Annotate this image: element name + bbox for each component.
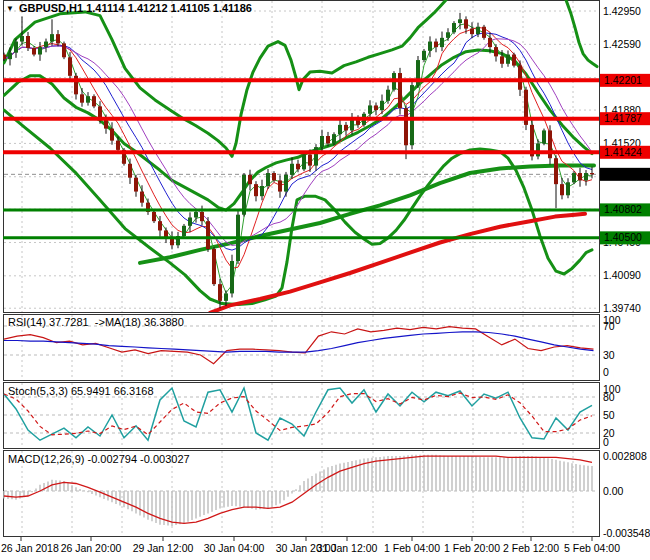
candle-body bbox=[440, 38, 444, 47]
candle-body bbox=[8, 53, 12, 59]
candle-body bbox=[230, 261, 234, 293]
candle-body bbox=[134, 178, 138, 192]
symbol-dropdown-icon[interactable]: ▼ bbox=[6, 3, 14, 14]
candle-body bbox=[542, 130, 546, 143]
candle-body bbox=[290, 164, 294, 175]
time-tick-label: 1 Feb 04:00 bbox=[384, 542, 440, 554]
time-tick-label: 31 Jan 12:00 bbox=[317, 542, 378, 554]
candle-body bbox=[182, 226, 186, 236]
time-tick-label: 30 Jan 04:00 bbox=[204, 542, 265, 554]
price-axis[interactable]: 1.429501.425901.418801.415201.404501.400… bbox=[600, 5, 650, 539]
chart-title-text: GBPUSD,H1 1.41114 1.41212 1.41105 1.4118… bbox=[19, 2, 252, 14]
candle-body bbox=[488, 38, 492, 47]
indicator-tick-label: -0.003548 bbox=[603, 527, 650, 539]
candle-body bbox=[422, 51, 426, 60]
candle-body bbox=[266, 173, 270, 186]
candle-body bbox=[188, 217, 192, 225]
candle-body bbox=[158, 221, 162, 230]
price-level-badge-label: 1.40500 bbox=[604, 231, 642, 243]
candle-body bbox=[560, 184, 564, 195]
time-tick-label: 26 Jan 20:00 bbox=[61, 542, 122, 554]
macd-indicator-label: MACD(12,26,9) -0.002794 -0.003027 bbox=[8, 453, 190, 465]
candle-body bbox=[512, 55, 516, 66]
candle-body bbox=[254, 184, 258, 196]
indicator-tick-label: 70 bbox=[603, 320, 615, 332]
chart-window: 1.429501.425901.418801.415201.404501.400… bbox=[0, 0, 650, 560]
indicator-tick-label: 80 bbox=[603, 391, 615, 403]
candle-body bbox=[464, 19, 468, 28]
indicator-tick-label: 30 bbox=[603, 349, 615, 361]
time-tick-label: 2 Feb 12:00 bbox=[503, 542, 559, 554]
candle-body bbox=[350, 119, 354, 130]
price-chart-canvas[interactable]: 1.429501.425901.418801.415201.404501.400… bbox=[0, 0, 650, 560]
candle-body bbox=[320, 136, 324, 147]
candle-body bbox=[314, 147, 318, 166]
candle-body bbox=[152, 212, 156, 221]
candle-body bbox=[200, 212, 204, 221]
candle-body bbox=[536, 143, 540, 156]
candle-body bbox=[518, 66, 522, 90]
candle-body bbox=[368, 105, 372, 113]
candle-body bbox=[296, 164, 300, 170]
price-level-badge-label: 1.42201 bbox=[604, 74, 642, 86]
candle-body bbox=[80, 94, 84, 102]
candle-body bbox=[206, 221, 210, 249]
candle-body bbox=[566, 182, 570, 195]
candle-body bbox=[218, 284, 222, 301]
candle-body bbox=[338, 125, 342, 134]
candle-body bbox=[14, 42, 18, 53]
candle-body bbox=[140, 192, 144, 203]
price-tick-label: 1.39740 bbox=[603, 302, 641, 314]
price-tick-label: 1.42950 bbox=[603, 5, 641, 17]
indicator-tick-label: 0 bbox=[603, 366, 609, 378]
candle-body bbox=[212, 249, 216, 284]
price-tick-label: 1.42590 bbox=[603, 38, 641, 50]
candle-body bbox=[506, 55, 510, 64]
indicator-tick-label: 50 bbox=[603, 409, 615, 421]
price-level-badge-label: 1.41787 bbox=[604, 112, 642, 124]
time-tick-label: 1 Feb 20:00 bbox=[444, 542, 500, 554]
candle-body bbox=[62, 43, 66, 57]
candle-body bbox=[386, 90, 390, 101]
candle-body bbox=[470, 29, 474, 35]
candle-body bbox=[44, 42, 48, 48]
stoch-indicator-label: Stoch(5,3,3) 65.9491 66.3168 bbox=[8, 385, 154, 397]
candle-body bbox=[272, 173, 276, 180]
candle-body bbox=[278, 180, 282, 191]
chart-title: ▼ GBPUSD,H1 1.41114 1.41212 1.41105 1.41… bbox=[6, 2, 252, 14]
candle-body bbox=[578, 173, 582, 180]
candle-body bbox=[38, 47, 42, 54]
candle-body bbox=[572, 173, 576, 182]
candle-body bbox=[26, 36, 30, 48]
indicator-tick-label: 0 bbox=[603, 436, 609, 448]
candle-body bbox=[380, 101, 384, 110]
candle-body bbox=[458, 19, 462, 23]
candle-body bbox=[110, 129, 114, 141]
candle-body bbox=[482, 27, 486, 38]
indicator-tick-label: 0.002808 bbox=[603, 450, 647, 462]
candle-body bbox=[32, 48, 36, 54]
candle-body bbox=[284, 175, 288, 192]
candle-body bbox=[260, 186, 264, 196]
price-tick-label: 1.40090 bbox=[603, 269, 641, 281]
time-axis[interactable]: 26 Jan 201826 Jan 20:0029 Jan 12:0030 Ja… bbox=[1, 537, 620, 554]
candle-body bbox=[590, 173, 594, 174]
candle-body bbox=[56, 34, 60, 43]
candle-body bbox=[476, 27, 480, 34]
price-level-badge-label: 1.41424 bbox=[604, 146, 642, 158]
candle-body bbox=[308, 155, 312, 166]
candle-body bbox=[434, 42, 438, 48]
candle-body bbox=[92, 96, 96, 106]
candle-body bbox=[224, 293, 228, 300]
candle-body bbox=[344, 125, 348, 131]
candle-body bbox=[374, 105, 378, 110]
candle-body bbox=[116, 141, 120, 150]
candle-body bbox=[332, 134, 336, 143]
time-tick-label: 29 Jan 12:00 bbox=[133, 542, 194, 554]
price-level-badge-label: 1.40802 bbox=[604, 203, 642, 215]
candle-body bbox=[86, 96, 90, 102]
candle-body bbox=[248, 175, 252, 184]
candle-body bbox=[554, 158, 558, 184]
time-tick-label: 5 Feb 04:00 bbox=[564, 542, 620, 554]
candle-body bbox=[584, 173, 588, 180]
